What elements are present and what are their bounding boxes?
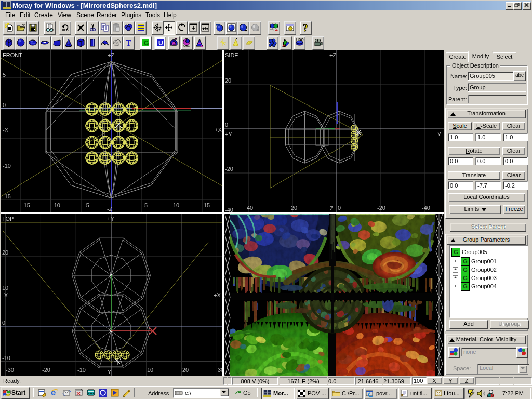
svg-text:5: 5 bbox=[144, 202, 148, 208]
svg-text:5: 5 bbox=[3, 72, 6, 78]
svg-text:+X: +X bbox=[214, 292, 221, 298]
svg-text:20: 20 bbox=[2, 249, 8, 256]
svg-text:0: 0 bbox=[2, 320, 5, 326]
svg-text:+Z: +Z bbox=[108, 52, 114, 58]
svg-text:10: 10 bbox=[173, 202, 179, 208]
svg-text:-40: -40 bbox=[225, 207, 233, 212]
svg-text:10: 10 bbox=[147, 367, 153, 373]
svg-text:15: 15 bbox=[204, 202, 210, 208]
svg-text:T: T bbox=[126, 38, 131, 47]
svg-text:-5: -5 bbox=[84, 202, 89, 208]
svg-text:G: G bbox=[144, 39, 149, 47]
svg-text:UDO: UDO bbox=[296, 38, 303, 42]
svg-text:TOP: TOP bbox=[2, 216, 14, 222]
svg-text:SIDE: SIDE bbox=[225, 52, 238, 58]
svg-text:20: 20 bbox=[291, 205, 297, 211]
svg-text:20: 20 bbox=[225, 77, 231, 84]
svg-text:-15: -15 bbox=[22, 202, 30, 208]
svg-text:-20: -20 bbox=[225, 166, 233, 172]
svg-text:0: 0 bbox=[225, 122, 228, 128]
svg-text:+Y: +Y bbox=[107, 216, 114, 222]
svg-text:+Y: +Y bbox=[225, 131, 232, 137]
svg-text:40: 40 bbox=[247, 205, 253, 211]
svg-text:-10: -10 bbox=[2, 355, 10, 361]
svg-text:-Y: -Y bbox=[105, 369, 112, 375]
svg-text:-10: -10 bbox=[3, 163, 11, 169]
svg-text:-10: -10 bbox=[52, 202, 60, 208]
svg-text:+Z: +Z bbox=[329, 52, 336, 58]
svg-text:-Z: -Z bbox=[107, 206, 113, 212]
svg-text:-Y: -Y bbox=[435, 131, 442, 137]
svg-text:-40: -40 bbox=[422, 205, 430, 211]
svg-text:+X: +X bbox=[215, 127, 222, 133]
svg-text:FRONT: FRONT bbox=[3, 52, 22, 58]
svg-text:0: 0 bbox=[3, 102, 6, 108]
svg-text:U: U bbox=[158, 39, 163, 47]
svg-text:?: ? bbox=[303, 23, 308, 33]
svg-text:-20: -20 bbox=[42, 367, 50, 373]
svg-text:-20: -20 bbox=[377, 205, 385, 211]
svg-text:30: 30 bbox=[218, 367, 222, 373]
svg-text:10: 10 bbox=[2, 285, 8, 291]
svg-text:CSG: CSG bbox=[183, 44, 190, 47]
svg-text:-30: -30 bbox=[6, 367, 14, 373]
svg-text:-Z: -Z bbox=[328, 205, 334, 211]
svg-text:20: 20 bbox=[182, 367, 189, 373]
svg-text:-10: -10 bbox=[77, 367, 86, 373]
svg-text:-X: -X bbox=[2, 292, 8, 298]
svg-text:-15: -15 bbox=[3, 193, 11, 200]
svg-text:0: 0 bbox=[338, 205, 341, 211]
svg-text:-X: -X bbox=[3, 127, 9, 133]
